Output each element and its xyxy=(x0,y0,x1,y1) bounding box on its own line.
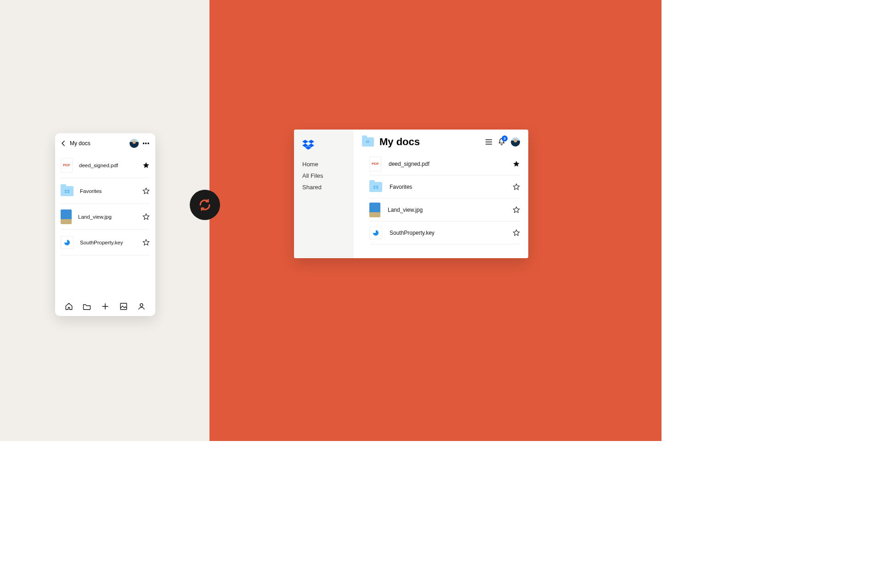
notifications-button[interactable]: 3 xyxy=(498,138,505,146)
folder-icon xyxy=(61,186,74,196)
star-button[interactable] xyxy=(513,206,520,214)
file-row[interactable]: SouthProperty.key xyxy=(369,221,520,244)
mobile-title: My docs xyxy=(70,140,130,147)
image-thumbnail xyxy=(369,203,380,217)
star-outline-icon xyxy=(142,187,150,195)
desktop-nav: Home All Files Shared xyxy=(302,161,345,191)
pdf-icon: PDF xyxy=(369,157,381,171)
shared-folder-icon xyxy=(362,137,374,147)
file-name: SouthProperty.key xyxy=(390,230,513,236)
file-name: Favorites xyxy=(80,188,142,194)
pdf-icon: PDF xyxy=(61,158,73,173)
star-outline-icon xyxy=(513,183,520,191)
dropbox-logo[interactable] xyxy=(302,140,345,150)
file-name: Land_view.jpg xyxy=(78,214,142,220)
desktop-sidebar: Home All Files Shared xyxy=(294,130,354,258)
more-button[interactable]: ••• xyxy=(142,140,150,147)
tab-files[interactable] xyxy=(83,302,91,311)
folder-icon xyxy=(83,303,91,310)
star-button[interactable] xyxy=(142,213,150,220)
folder-icon xyxy=(369,182,382,192)
home-icon xyxy=(65,302,73,311)
file-name: deed_signed.pdf xyxy=(389,161,513,167)
list-icon xyxy=(485,139,492,145)
dropbox-icon xyxy=(302,140,314,150)
file-row[interactable]: PDF deed_signed.pdf xyxy=(61,153,150,178)
mobile-tabbar xyxy=(55,298,155,316)
svg-point-1 xyxy=(140,304,143,306)
file-row[interactable]: Land_view.jpg xyxy=(369,198,520,221)
star-outline-icon xyxy=(513,229,520,237)
photo-icon xyxy=(119,302,128,311)
file-row[interactable]: SouthProperty.key xyxy=(61,230,150,255)
nav-home[interactable]: Home xyxy=(302,161,345,168)
desktop-file-list: PDF deed_signed.pdf Favorites Land_view.… xyxy=(354,153,528,248)
tab-account[interactable] xyxy=(137,302,146,311)
svg-rect-0 xyxy=(120,303,127,310)
desktop-header: My docs 3 xyxy=(354,130,528,153)
star-outline-icon xyxy=(513,206,520,214)
star-button[interactable] xyxy=(142,187,150,195)
star-button[interactable] xyxy=(513,183,520,191)
image-thumbnail xyxy=(61,209,72,224)
file-row[interactable]: PDF deed_signed.pdf xyxy=(369,153,520,175)
chevron-left-icon xyxy=(61,141,66,146)
star-filled-icon xyxy=(513,160,520,168)
keynote-icon xyxy=(61,236,74,249)
desktop-actions: 3 xyxy=(485,137,520,147)
keynote-icon xyxy=(369,226,382,239)
avatar[interactable] xyxy=(511,137,520,147)
svg-point-3 xyxy=(368,141,369,141)
star-button[interactable] xyxy=(513,229,520,237)
file-name: Favorites xyxy=(390,184,513,190)
file-name: deed_signed.pdf xyxy=(79,163,142,168)
person-icon xyxy=(137,302,146,311)
desktop-panel: Home All Files Shared My docs 3 xyxy=(294,130,528,258)
sync-icon xyxy=(197,197,213,213)
avatar[interactable] xyxy=(130,139,139,148)
desktop-title: My docs xyxy=(379,136,485,148)
tab-add[interactable] xyxy=(101,302,109,311)
tab-photos[interactable] xyxy=(119,302,128,311)
file-row[interactable]: Favorites xyxy=(369,175,520,198)
mobile-panel: My docs ••• PDF deed_signed.pdf Favorite… xyxy=(55,133,155,316)
nav-shared[interactable]: Shared xyxy=(302,184,345,191)
star-outline-icon xyxy=(142,239,150,246)
star-outline-icon xyxy=(142,213,150,220)
desktop-main: My docs 3 PDF deed_signed.pdf xyxy=(354,130,528,258)
star-button[interactable] xyxy=(142,162,150,169)
star-button[interactable] xyxy=(142,239,150,246)
list-view-button[interactable] xyxy=(485,139,492,145)
tab-home[interactable] xyxy=(65,302,73,311)
back-button[interactable] xyxy=(60,140,67,147)
file-row[interactable]: Land_view.jpg xyxy=(61,204,150,230)
sync-badge xyxy=(190,190,220,220)
mobile-file-list: PDF deed_signed.pdf Favorites Land_view.… xyxy=(55,153,155,298)
star-button[interactable] xyxy=(513,160,520,168)
nav-all-files[interactable]: All Files xyxy=(302,172,345,179)
svg-point-2 xyxy=(366,141,367,141)
file-row[interactable]: Favorites xyxy=(61,178,150,204)
mobile-header: My docs ••• xyxy=(55,133,155,153)
plus-icon xyxy=(101,302,109,311)
file-name: Land_view.jpg xyxy=(388,207,513,213)
notification-badge: 3 xyxy=(502,136,508,141)
star-filled-icon xyxy=(142,162,150,169)
file-name: SouthProperty.key xyxy=(80,240,142,245)
